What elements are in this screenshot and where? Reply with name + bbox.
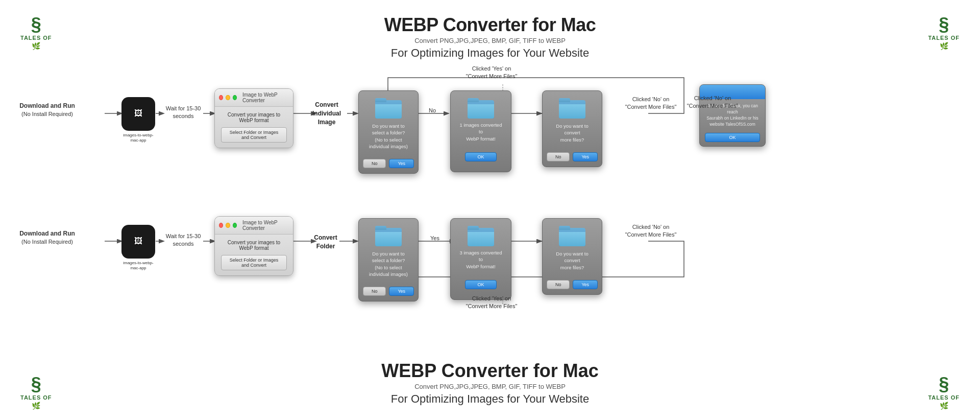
convert-more-dialog-bottom: Do you want to convertmore files? No Yes [542, 218, 602, 295]
convert-folder-label: Convert Folder [305, 234, 346, 251]
mac-titlebar-bottom: Image to WebP Converter [215, 217, 293, 235]
prompt-yes-btn-top[interactable]: Yes [389, 159, 414, 168]
convert-more-no-btn-top[interactable]: No [547, 152, 570, 161]
app-icon-bottom: 🖼 [121, 225, 155, 259]
folder-icon-ok-top [468, 98, 494, 119]
folder-icon-convert-more-bottom [559, 226, 585, 246]
convert-more-no-btn-bottom[interactable]: No [547, 280, 570, 289]
select-folder-btn-top[interactable]: Select Folder or Images and Convert [221, 127, 287, 143]
footer-title: WEBP Converter for Mac [0, 360, 980, 382]
app-name-bottom: images-to-webp-mac-app [114, 261, 162, 271]
mac-dialog-bottom: Image to WebP Converter Convert your ima… [214, 216, 293, 276]
clicked-yes-label-top: Clicked 'Yes' on"Convert More Files" [453, 65, 530, 81]
header-subtitle: Convert PNG,JPG,JPEG, BMP, GIF, TIFF to … [0, 37, 980, 44]
folder-icon-ok-bottom [468, 226, 494, 246]
app-icon-top: 🖼 [121, 97, 155, 131]
logo-bottom-left: § TALES OF 🌿 [20, 375, 52, 410]
convert-more-yes-btn-bottom[interactable]: Yes [573, 280, 598, 289]
download-run-label-bottom: Download and Run (No Install Required) [10, 229, 84, 246]
mac-btn-green-bottom [233, 223, 237, 228]
ok-btn-bottom[interactable]: OK [465, 280, 497, 289]
mac-btn-yellow-top [226, 95, 230, 100]
ok-dialog-3-images: 3 images converted toWebP format! OK [450, 218, 511, 300]
mac-dialog-top: Image to WebP Converter Convert your ima… [214, 88, 293, 148]
feedback-dialog: For any feedback, you can reachSaurabh o… [699, 84, 766, 147]
logo-bottom-right: § TALES OF 🌿 [928, 375, 960, 410]
convert-more-yes-btn-top[interactable]: Yes [573, 152, 598, 161]
feedback-ok-btn[interactable]: OK [705, 133, 760, 142]
clicked-no-label-bottom: Clicked 'No' on"Convert More Files" [612, 223, 689, 239]
mac-btn-yellow-bottom [226, 223, 230, 228]
header-tagline: For Optimizing Images for Your Website [0, 46, 980, 60]
prompt-no-btn-bottom[interactable]: No [363, 287, 386, 296]
mac-btn-red-top [219, 95, 223, 100]
yes-label-bottom: Yes [430, 235, 439, 241]
mac-btn-red-bottom [219, 223, 223, 228]
logo-top-right: § TALES OF 🌿 [928, 15, 960, 50]
footer-subtitle: Convert PNG,JPG,JPEG, BMP, GIF, TIFF to … [0, 383, 980, 390]
ok-btn-top[interactable]: OK [465, 152, 497, 161]
ok-dialog-1-image: 1 images converted toWebP format! OK [450, 90, 511, 172]
prompt-no-btn-top[interactable]: No [363, 159, 386, 168]
wait-label-top: Wait for 15-30seconds [162, 105, 204, 121]
select-folder-btn-bottom[interactable]: Select Folder or Images and Convert [221, 255, 287, 270]
diagram-area: Download and Run (No Install Required) 🖼… [0, 65, 980, 351]
mac-titlebar-top: Image to WebP Converter [215, 89, 293, 107]
convert-more-dialog-top: Do you want to convertmore files? No Yes [542, 90, 602, 167]
folder-icon-convert-more-top [559, 98, 585, 119]
logo-top-left: § TALES OF 🌿 [20, 15, 52, 50]
footer-tagline: For Optimizing Images for Your Website [0, 392, 980, 406]
mac-btn-green-top [233, 95, 237, 100]
clicked-no-label-top-right: Clicked 'No' on"Convert More Files" [672, 95, 753, 110]
page-header: WEBP Converter for Mac Convert PNG,JPG,J… [0, 0, 980, 65]
app-name-top: images-to-webp-mac-app [114, 133, 162, 144]
convert-individual-label: Convert IndividualImage [301, 101, 352, 126]
folder-icon-top [375, 98, 402, 119]
wait-label-bottom: Wait for 15-30seconds [162, 232, 204, 248]
download-run-label-top: Download and Run (No Install Required) [10, 102, 84, 118]
prompt-yes-btn-bottom[interactable]: Yes [389, 287, 414, 296]
clicked-yes-label-bottom: Clicked 'Yes' on"Convert More Files" [453, 295, 530, 311]
header-title: WEBP Converter for Mac [0, 14, 980, 36]
page-footer: WEBP Converter for Mac Convert PNG,JPG,J… [0, 351, 980, 416]
prompt-dialog-bottom: Do you want to select a folder?(No to se… [358, 218, 419, 301]
folder-icon-bottom [375, 226, 402, 246]
no-label-top: No [429, 107, 436, 113]
prompt-dialog-top: Do you want to select a folder?(No to se… [358, 90, 419, 174]
